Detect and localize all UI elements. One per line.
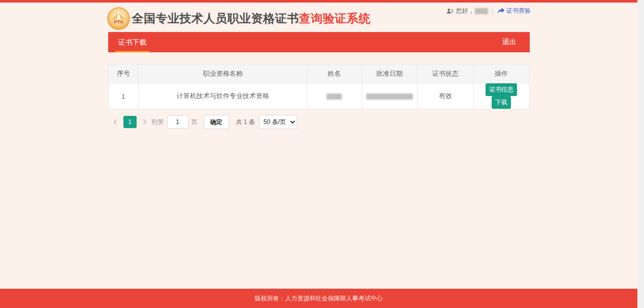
download-button[interactable]: 下载	[492, 96, 511, 109]
user-bar: 您好， | 证书查验	[446, 7, 530, 15]
certificate-verify-link[interactable]: 证书查验	[497, 7, 531, 15]
redacted-approval-date	[366, 94, 413, 100]
header-approval-date: 批准日期	[362, 65, 417, 83]
page-number-button[interactable]: 1	[123, 116, 137, 128]
certificate-table: 序号 职业资格名称 姓名 批准日期 证书状态 操作 1 计算机技术与软件专业技术…	[108, 64, 530, 109]
goto-page-input[interactable]	[167, 115, 188, 129]
site-header: PTA 全国专业技术人员职业资格证书查询验证系统 您好， |	[0, 3, 637, 32]
total-count-label: 共 1 条	[236, 118, 255, 127]
header-qualification: 职业资格名称	[139, 65, 307, 83]
pagination: 1 到第 页 确定 共 1 条 50 条/页	[108, 115, 530, 129]
page-title-main: 全国专业技术人员职业资格证书	[132, 12, 299, 25]
greeting-text: 您好，	[456, 7, 474, 15]
goto-label-prefix: 到第	[152, 118, 164, 127]
active-tab-indicator	[115, 51, 150, 52]
divider: |	[492, 8, 493, 15]
page-title-accent: 查询验证系统	[299, 12, 371, 25]
main-content: 序号 职业资格名称 姓名 批准日期 证书状态 操作 1 计算机技术与软件专业技术…	[108, 52, 530, 289]
chevron-left-icon	[113, 119, 119, 125]
user-icon	[446, 8, 454, 15]
chevron-right-icon	[141, 119, 146, 125]
page-size-select[interactable]: 50 条/页	[259, 115, 297, 129]
brand: PTA 全国专业技术人员职业资格证书查询验证系统	[107, 5, 371, 30]
logo-text: PTA	[114, 19, 123, 24]
cell-actions: 证书信息 下载	[473, 83, 529, 109]
forward-arrow-icon	[497, 8, 505, 14]
cell-name	[307, 83, 362, 109]
confirm-button[interactable]: 确定	[204, 115, 229, 129]
tab-certificate-download[interactable]: 证书下载	[108, 32, 157, 52]
header-index: 序号	[108, 65, 139, 83]
logout-button[interactable]: 退出	[502, 38, 530, 47]
copyright-text: 版权所有：人力资源和社会保障部人事考试中心	[255, 294, 383, 303]
verify-link-label: 证书查验	[506, 7, 531, 15]
tab-label: 证书下载	[118, 38, 147, 46]
browser-window: PTA 全国专业技术人员职业资格证书查询验证系统 您好， |	[0, 0, 644, 308]
pta-logo-icon: PTA	[107, 7, 130, 30]
cell-status: 有效	[417, 83, 473, 109]
table-row: 1 计算机技术与软件专业技术资格 有效 证书信息 下载	[108, 83, 529, 109]
header-status: 证书状态	[417, 65, 473, 83]
page: PTA 全国专业技术人员职业资格证书查询验证系统 您好， |	[0, 0, 637, 308]
cell-approval-date	[362, 83, 417, 109]
cell-index: 1	[108, 83, 139, 109]
header-name: 姓名	[307, 65, 362, 83]
table-header-row: 序号 职业资格名称 姓名 批准日期 证书状态 操作	[108, 65, 529, 83]
header-inner: PTA 全国专业技术人员职业资格证书查询验证系统 您好， |	[107, 3, 531, 32]
footer: 版权所有：人力资源和社会保障部人事考试中心	[0, 289, 637, 308]
next-page-button[interactable]	[139, 116, 149, 128]
nav-bar: 证书下载 退出	[108, 32, 530, 52]
scrollbar-track[interactable]	[637, 0, 644, 308]
cell-qualification: 计算机技术与软件专业技术资格	[139, 83, 307, 109]
page-title: 全国专业技术人员职业资格证书查询验证系统	[132, 11, 371, 26]
header-actions: 操作	[473, 65, 529, 83]
prev-page-button[interactable]	[111, 116, 121, 128]
certificate-info-button[interactable]: 证书信息	[486, 83, 517, 96]
goto-label-suffix: 页	[191, 118, 198, 127]
redacted-holder-name	[327, 94, 342, 100]
redacted-user-name	[475, 8, 488, 14]
